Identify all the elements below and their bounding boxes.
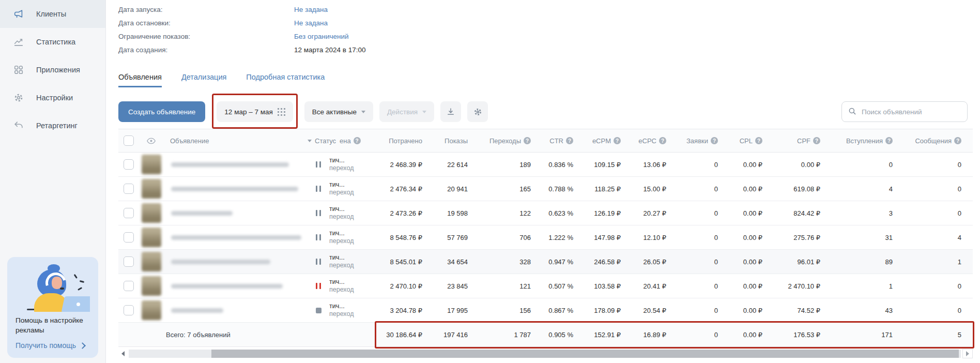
help-icon[interactable]: ? (954, 137, 961, 144)
help-icon[interactable]: ? (524, 137, 531, 144)
info-label: Дата запуска: (118, 6, 294, 13)
sidebar-item-clients[interactable]: Клиенты (0, 0, 105, 28)
sidebar-item-retargeting[interactable]: Ретаргетинг (0, 112, 105, 140)
price-goal: переход (329, 262, 354, 269)
search-input[interactable] (841, 101, 968, 122)
price-type: тич... (329, 181, 345, 189)
column-header-name[interactable]: Объявление (167, 137, 308, 145)
row-checkbox[interactable] (124, 305, 134, 315)
column-header-spent[interactable]: Потрачено (375, 137, 424, 145)
scrollbar-left-arrow[interactable] (121, 351, 125, 356)
column-header-status[interactable]: Статус (308, 137, 329, 145)
row-checkbox[interactable] (124, 184, 134, 194)
cell-ctr: 0.788 % (533, 185, 575, 193)
row-checkbox[interactable] (124, 281, 134, 291)
cell-clicks: 156 (470, 307, 533, 314)
price-type: тич... (329, 303, 345, 310)
scrollbar-track[interactable] (129, 350, 961, 358)
cell-cpl: 0.00 ₽ (720, 185, 764, 193)
info-label: Дата остановки: (118, 19, 294, 27)
help-icon[interactable]: ? (614, 137, 621, 144)
tab-detailed-statistics[interactable]: Подробная статистика (246, 73, 325, 87)
table-settings-button[interactable] (467, 101, 488, 122)
status-filter-dropdown[interactable]: Все активные (304, 101, 373, 122)
ad-name-redacted[interactable] (171, 308, 223, 313)
ad-name-redacted[interactable] (171, 235, 301, 240)
cell-cpf: 96.01 ₽ (764, 258, 822, 266)
status-paused-icon[interactable] (316, 210, 321, 216)
ad-name-redacted[interactable] (171, 284, 283, 289)
status-paused-icon[interactable] (316, 259, 321, 265)
sidebar-item-statistics[interactable]: Статистика (0, 28, 105, 56)
ad-thumbnail-redacted (142, 203, 161, 223)
help-icon[interactable]: ? (354, 137, 361, 144)
row-checkbox[interactable] (124, 208, 134, 218)
sidebar-item-label: Клиенты (36, 10, 66, 18)
help-icon[interactable]: ? (711, 137, 718, 144)
create-ad-button[interactable]: Создать объявление (118, 101, 205, 122)
sidebar-item-label: Ретаргетинг (36, 122, 78, 130)
price-type: тич... (329, 205, 345, 213)
date-range-button[interactable]: 12 мар – 7 мая (217, 101, 293, 122)
actions-dropdown[interactable]: Действия (379, 101, 434, 122)
help-icon[interactable]: ? (755, 137, 762, 144)
cell-cpl: 0.00 ₽ (720, 161, 764, 169)
cell-cpf: 2 470.10 ₽ (764, 282, 822, 290)
tab-ads[interactable]: Объявления (118, 73, 162, 87)
start-date-value[interactable]: Не задана (294, 6, 328, 13)
stop-date-value[interactable]: Не задана (294, 19, 328, 27)
column-label: Заявки (686, 137, 708, 145)
column-header-ecpc[interactable]: eCPC? (623, 137, 668, 145)
cell-clicks: 189 (470, 161, 533, 169)
help-icon[interactable]: ? (566, 137, 573, 144)
status-paused-red-icon[interactable] (316, 283, 321, 289)
help-icon[interactable]: ? (885, 137, 893, 144)
help-card-title: Помощь в настройке рекламы (16, 316, 90, 336)
get-help-link[interactable]: Получить помощь (16, 341, 90, 350)
horizontal-scrollbar[interactable] (118, 349, 973, 358)
row-checkbox[interactable] (124, 232, 134, 243)
price-goal: переход (329, 164, 354, 172)
cell-ecpc: 26.05 ₽ (623, 258, 668, 266)
column-header-cpl[interactable]: CPL? (720, 137, 764, 145)
row-checkbox[interactable] (124, 256, 134, 267)
price-goal: переход (329, 189, 354, 196)
impressions-limit-value[interactable]: Без ограничений (294, 33, 349, 40)
column-header-clicks[interactable]: Переходы? (470, 137, 533, 145)
status-paused-icon[interactable] (316, 186, 321, 192)
cell-joins: 1 (822, 282, 895, 290)
scrollbar-right-arrow[interactable] (962, 349, 973, 358)
sidebar-item-settings[interactable]: Настройки (0, 84, 105, 112)
download-icon (446, 107, 455, 116)
column-header-cpf[interactable]: CPF? (764, 137, 822, 145)
ad-name-redacted[interactable] (171, 260, 270, 264)
price-type: тич... (329, 278, 345, 286)
status-stopped-icon[interactable] (316, 308, 321, 313)
select-all-checkbox[interactable] (124, 135, 134, 146)
column-header-joins[interactable]: Вступления? (822, 137, 895, 145)
status-paused-icon[interactable] (316, 161, 321, 168)
row-checkbox[interactable] (124, 159, 134, 170)
column-header-shows[interactable]: Показы (424, 137, 470, 145)
cell-messages: 0 (895, 185, 973, 193)
sidebar-item-applications[interactable]: Приложения (0, 56, 105, 84)
table-row: тич...переход3 204.78 ₽17 9951560.867 %1… (118, 298, 973, 323)
scrollbar-thumb[interactable] (211, 350, 959, 358)
column-header-messages[interactable]: Сообщения? (895, 137, 973, 145)
ad-name-redacted[interactable] (171, 211, 233, 216)
total-shows: 197 416 (424, 331, 470, 339)
export-button[interactable] (440, 101, 461, 122)
column-header-price[interactable]: ена? (329, 137, 375, 145)
column-header-leads[interactable]: Заявки? (668, 137, 720, 145)
help-icon[interactable]: ? (659, 137, 666, 144)
column-header-ecpm[interactable]: eCPM? (575, 137, 623, 145)
tab-detailing[interactable]: Детализация (181, 73, 226, 87)
column-header-ctr[interactable]: CTR? (533, 137, 575, 145)
ad-name-redacted[interactable] (171, 187, 298, 191)
cell-leads: 0 (668, 234, 720, 241)
ad-name-redacted[interactable] (171, 162, 289, 167)
status-paused-icon[interactable] (316, 234, 321, 240)
help-icon[interactable]: ? (813, 137, 820, 144)
visibility-icon[interactable] (146, 136, 156, 146)
price-goal: переход (329, 286, 354, 294)
